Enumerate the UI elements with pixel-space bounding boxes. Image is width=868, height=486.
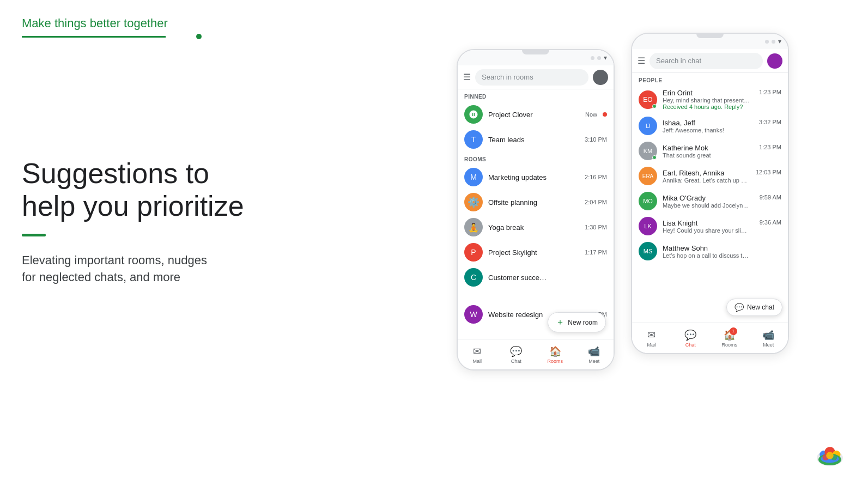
pinned-section-label: PINNED [458,89,614,102]
sub-text: Elevating important rooms, nudges for ne… [22,252,294,287]
nav-meet[interactable]: 📹 Meet [575,339,614,369]
list-item[interactable]: ERA Earl, Ritesh, Annika 12:03 PM Annika… [632,163,788,189]
matthew-name: Matthew Sohn [663,244,708,252]
subtext-line1: Elevating important rooms, nudges [22,253,207,267]
skylight-time: 1:17 PM [585,249,607,256]
meet-icon: 📹 [762,329,774,341]
lisa-avatar: LK [639,217,657,235]
status-dot-2 [597,56,601,60]
list-item[interactable]: EO Erin Orint 1:23 PM Hey, mind sharing … [632,86,788,113]
list-item[interactable]: KM Katherine Mok 1:23 PM That sounds gre… [632,138,788,163]
project-clover-time: Now [585,111,597,118]
yoga-time: 1:30 PM [585,224,607,230]
katherine-time: 1:23 PM [759,144,781,152]
project-clover-name: Project Clover [488,111,580,119]
mika-preview: Maybe we should add Jocelyn to the ro… [663,202,750,209]
people-section-label: PEOPLE [632,73,788,86]
list-item[interactable]: Project Clover Now [458,102,614,127]
nav-mail-label: Mail [647,342,656,348]
new-room-fab[interactable]: ＋ New room [548,312,606,332]
nav-mail[interactable]: ✉ Mail [458,339,497,369]
left-section: Make things better together Suggestions … [0,0,316,486]
user-avatar[interactable] [767,53,782,69]
nav-meet[interactable]: 📹 Meet [749,323,788,353]
online-indicator [652,155,657,160]
erin-name: Erin Orint [663,89,693,97]
ishaa-time: 3:32 PM [759,119,781,127]
earl-time: 12:03 PM [756,169,781,177]
customer-name: Customer succe… [488,274,602,282]
nav-chat-label: Chat [685,342,696,348]
nav-mail-label: Mail [472,359,482,364]
status-dot-1 [765,40,769,44]
offsite-time: 2:04 PM [585,199,607,205]
phone2-bottom-nav: ✉ Mail 💬 Chat 🏠 1 Rooms 📹 [632,323,788,353]
lisa-name: Lisa Knight [663,219,697,227]
marketing-avatar: M [464,168,483,186]
plus-icon: ＋ [556,317,564,328]
skylight-name: Project Skylight [488,248,579,257]
yoga-avatar: 🧘 [464,218,483,236]
search-rooms-input[interactable]: Search in rooms [475,69,588,86]
tagline: Make things better together [22,16,294,31]
nav-mail[interactable]: ✉ Mail [632,323,671,353]
ishaa-preview: Jeff: Awesome, thanks! [663,127,750,133]
nav-chat[interactable]: 💬 Chat [671,323,711,353]
list-item[interactable]: LK Lisa Knight 9:36 AM Hey! Could you sh… [632,214,788,239]
phones-container: ▾ ☰ Search in rooms PINNED [378,33,868,458]
user-avatar[interactable] [593,70,608,85]
katherine-name: Katherine Mok [663,144,708,152]
matthew-preview: Let's hop on a call to discuss the green… [663,252,750,259]
katherine-preview: That sounds great [663,152,750,159]
list-item[interactable]: ⚙️ Offsite planning 2:04 PM [458,190,614,215]
marketing-name: Marketing updates [488,173,579,181]
mail-icon: ✉ [473,345,481,357]
lisa-time: 9:36 AM [760,219,781,227]
list-item[interactable]: M Marketing updates 2:16 PM [458,165,614,190]
search-rooms-placeholder: Search in rooms [482,73,533,81]
new-room-label: New room [568,319,598,326]
phone1-search-bar: ☰ Search in rooms [458,65,614,89]
marketing-time: 2:16 PM [585,174,607,180]
unread-indicator [603,112,607,117]
phone-notch [696,34,724,38]
search-chat-input[interactable]: Search in chat [650,53,763,69]
matthew-avatar: MS [639,242,657,260]
new-chat-fab[interactable]: 💬 New chat [726,299,782,316]
project-clover-avatar [464,105,483,124]
ishaa-avatar: IJ [639,117,657,135]
nav-chat-label: Chat [511,359,521,364]
list-item[interactable]: P Project Skylight 1:17 PM [458,240,614,265]
list-item[interactable]: MS Matthew Sohn Let's hop on a call to d… [632,239,788,264]
phone-notch [522,50,549,54]
list-item[interactable]: IJ Ishaa, Jeff 3:32 PM Jeff: Awesome, th… [632,113,788,138]
hamburger-icon[interactable]: ☰ [463,72,471,82]
ishaa-name: Ishaa, Jeff [663,119,695,127]
erin-nudge[interactable]: Received 4 hours ago. Reply? [663,104,750,110]
nav-meet-label: Meet [763,342,774,348]
list-item[interactable]: 🧘 Yoga break 1:30 PM [458,215,614,240]
list-item[interactable]: T Team leads 3:10 PM [458,127,614,152]
list-item[interactable]: MO Mika O'Grady 9:59 AM Maybe we should … [632,189,788,214]
nav-rooms-label: Rooms [547,359,563,364]
green-line-divider [22,36,202,38]
notification-badge: 1 [730,327,737,335]
yoga-name: Yoga break [488,223,579,232]
phone2-search-bar: ☰ Search in chat [632,49,788,73]
phone-chat: ▾ ☰ Search in chat PEOPLE EO [631,33,789,354]
list-item[interactable]: C Customer succe… [458,265,614,290]
nav-chat[interactable]: 💬 Chat [497,339,536,369]
chat-bubble-icon: 💬 [735,303,744,312]
team-leads-time: 3:10 PM [585,136,607,143]
project-clover-content: Project Clover [488,111,580,119]
status-dot-1 [591,56,594,60]
customer-avatar: C [464,268,483,287]
chat-icon: 💬 [684,329,696,341]
phone1-bottom-nav: ✉ Mail 💬 Chat 🏠 Rooms 📹 Meet [458,339,614,369]
hamburger-icon[interactable]: ☰ [638,56,645,66]
nav-rooms[interactable]: 🏠 1 Rooms [710,323,749,353]
phone-rooms: ▾ ☰ Search in rooms PINNED [457,49,615,370]
nav-rooms[interactable]: 🏠 Rooms [536,339,575,369]
online-indicator [652,104,657,108]
google-cloud-logo [814,442,846,470]
